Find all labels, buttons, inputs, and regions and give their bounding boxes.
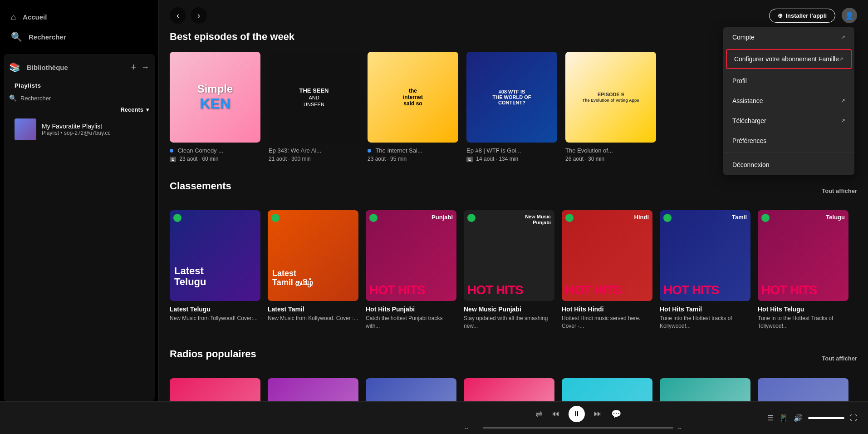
external-icon-telecharger: ↗ xyxy=(841,118,845,124)
playlist-item-favorite[interactable]: My Favoratite Playlist Playlist • sop-27… xyxy=(4,115,155,144)
sidebar: ⌂ Accueil 🔍 Rechercher 📚 Bibliothèque + … xyxy=(0,0,159,401)
chart-desc-4: Hottest Hindi music served here. Cover -… xyxy=(562,315,652,330)
forward-button[interactable]: › xyxy=(191,7,207,24)
chart-desc-2: Catch the hottest Punjabi tracks with... xyxy=(366,315,456,330)
chart-thumb-2: Punjabi HOT HITS xyxy=(366,210,456,301)
sidebar-item-accueil[interactable]: ⌂ Accueil xyxy=(5,7,153,27)
chart-card-0[interactable]: LatestTelugu Latest Telugu New Music fro… xyxy=(170,210,260,330)
lyrics-button[interactable]: 💬 xyxy=(611,409,621,419)
topbar: ‹ › ⊕ Installer l'appli 👤 xyxy=(159,0,868,31)
shuffle-button[interactable]: ⇌ xyxy=(535,409,542,419)
chart-thumb-1: LatestTamil தமிழ் xyxy=(268,210,358,301)
player-controls: ⇌ ⏮ ⏸ ⏭ 💬 -- -- xyxy=(389,406,768,430)
chart-card-1[interactable]: LatestTamil தமிழ் Latest Tamil New Music… xyxy=(268,210,358,330)
progress-bar: -- -- xyxy=(465,425,691,430)
search-icon: 🔍 xyxy=(9,94,17,102)
prev-button[interactable]: ⏮ xyxy=(551,409,559,419)
devices-button[interactable]: 📱 xyxy=(779,414,788,422)
dropdown-divider xyxy=(723,153,854,153)
dropdown-item-deconnexion[interactable]: Déconnexion xyxy=(723,155,854,175)
spotify-logo-5 xyxy=(663,214,672,222)
queue-button[interactable]: ☰ xyxy=(767,414,774,422)
fullscreen-button[interactable]: ⛶ xyxy=(850,414,857,422)
search-nav-icon: 🔍 xyxy=(11,31,22,42)
chevron-down-icon: ▾ xyxy=(146,106,149,113)
episode-title-4: The Evolution of... xyxy=(565,147,656,154)
radio-thumb-2 xyxy=(366,378,456,401)
add-library-btn[interactable]: + xyxy=(131,61,137,73)
sidebar-search[interactable]: 🔍 Rechercher xyxy=(4,92,155,104)
playlist-info: My Favoratite Playlist Playlist • sop-27… xyxy=(42,123,111,136)
chart-thumb-0: LatestTelugu xyxy=(170,210,260,301)
episode-card-3[interactable]: #08 WTF ISTHE WORLD OFCONTENT? Ep #8 | W… xyxy=(466,52,557,162)
library-btn[interactable]: 📚 Bibliothèque xyxy=(9,62,68,73)
pause-button[interactable]: ⏸ xyxy=(569,406,585,422)
chart-card-6[interactable]: Telugu HOT HITS Hot Hits Telugu Tune in … xyxy=(758,210,848,330)
radio-card-0[interactable]: Sidhu Moose Wala xyxy=(170,378,260,401)
classements-show-all[interactable]: Tout afficher xyxy=(822,187,857,194)
radio-thumb-3 xyxy=(464,378,554,401)
charts-row: LatestTelugu Latest Telugu New Music fro… xyxy=(170,210,857,330)
library-section: 📚 Bibliothèque + → xyxy=(4,58,155,77)
library-actions: + → xyxy=(131,61,149,73)
radios-show-all[interactable]: Tout afficher xyxy=(822,355,857,362)
playlist-name: My Favoratite Playlist xyxy=(42,123,111,130)
chart-desc-1: New Music from Kollywood. Cover :... xyxy=(268,315,358,322)
radio-card-4[interactable]: Udit Narayan xyxy=(562,378,652,401)
chart-title-2: Hot Hits Punjabi xyxy=(366,306,456,313)
back-button[interactable]: ‹ xyxy=(170,7,186,24)
radios-section: Radios populaires Tout afficher Sidhu Mo… xyxy=(170,348,857,401)
sidebar-item-rechercher[interactable]: 🔍 Rechercher xyxy=(5,27,153,47)
time-left: -- xyxy=(465,425,478,430)
dropdown-item-telecharger[interactable]: Télécharger ↗ xyxy=(723,111,854,131)
chart-card-5[interactable]: Tamil HOT HITS Hot Hits Tamil Tune into … xyxy=(660,210,750,330)
episode-thumb-2: theinternetsaid so xyxy=(368,52,458,143)
home-icon: ⌂ xyxy=(11,12,16,22)
playlist-meta: Playlist • sop-272@u7buy.cc xyxy=(42,130,111,136)
episode-card-1[interactable]: THE SEENANDUNSEEN Ep 343: We Are Al... 2… xyxy=(269,52,359,162)
chart-thumb-5: Tamil HOT HITS xyxy=(660,210,750,301)
external-icon-assistance: ↗ xyxy=(841,98,845,104)
classements-title: Classements xyxy=(170,180,231,192)
user-avatar-button[interactable]: 👤 xyxy=(842,8,857,23)
radio-card-5[interactable]: Jubin Nautiyal xyxy=(660,378,750,401)
chart-thumb-4: Hindi HOT HITS xyxy=(562,210,652,301)
dropdown-item-profil[interactable]: Profil xyxy=(723,71,854,91)
external-icon-compte: ↗ xyxy=(841,34,845,40)
expand-library-btn[interactable]: → xyxy=(141,61,149,73)
chart-card-3[interactable]: New MusicPunjabi HOT HITS New Music Punj… xyxy=(464,210,554,330)
spotify-logo-4 xyxy=(565,214,574,222)
episode-card-4[interactable]: EPISODE 9The Evolution of Voting Apps Th… xyxy=(565,52,656,162)
player-buttons: ⇌ ⏮ ⏸ ⏭ 💬 xyxy=(535,406,621,422)
classements-header: Classements Tout afficher xyxy=(170,180,857,201)
external-icon-configurer: ↗ xyxy=(839,56,843,62)
sidebar-nav: ⌂ Accueil 🔍 Rechercher xyxy=(0,0,158,54)
next-button[interactable]: ⏭ xyxy=(594,409,602,419)
user-dropdown-menu: Compte ↗ Configurer votre abonnement Fam… xyxy=(723,27,854,175)
episode-card-2[interactable]: theinternetsaid so The Internet Sai... 2… xyxy=(368,52,458,162)
dropdown-item-assistance[interactable]: Assistance ↗ xyxy=(723,91,854,111)
volume-button[interactable]: 🔊 xyxy=(794,414,803,422)
radio-thumb-5 xyxy=(660,378,750,401)
chart-title-3: New Music Punjabi xyxy=(464,306,554,313)
radio-card-3[interactable]: KK xyxy=(464,378,554,401)
volume-slider[interactable] xyxy=(808,417,844,419)
topbar-right: ⊕ Installer l'appli 👤 xyxy=(769,8,857,23)
install-app-button[interactable]: ⊕ Installer l'appli xyxy=(769,9,835,23)
chart-card-2[interactable]: Punjabi HOT HITS Hot Hits Punjabi Catch … xyxy=(366,210,456,330)
player-right: ☰ 📱 🔊 ⛶ xyxy=(767,414,857,422)
radio-card-6[interactable]: Palitara xyxy=(758,378,848,401)
episode-card-0[interactable]: SimpleKEN Clean Comedy ... E 23 août · 6… xyxy=(170,52,260,162)
radio-card-2[interactable]: AR Dhillon xyxy=(366,378,456,401)
download-circle-icon: ⊕ xyxy=(778,12,783,19)
dropdown-item-compte[interactable]: Compte ↗ xyxy=(723,27,854,47)
radio-card-1[interactable]: Arijit Singh xyxy=(268,378,358,401)
chart-card-4[interactable]: Hindi HOT HITS Hot Hits Hindi Hottest Hi… xyxy=(562,210,652,330)
chart-desc-6: Tune in to the Hottest Tracks of Tollywo… xyxy=(758,315,848,330)
episode-title-3: Ep #8 | WTF is Goi... xyxy=(466,147,557,154)
progress-track[interactable] xyxy=(483,427,673,429)
episode-thumb-3: #08 WTF ISTHE WORLD OFCONTENT? xyxy=(466,52,557,143)
chart-desc-5: Tune into the Hottest tracks of Kollywoo… xyxy=(660,315,750,330)
dropdown-item-preferences[interactable]: Préférences xyxy=(723,131,854,151)
dropdown-item-configurer[interactable]: Configurer votre abonnement Famille ↗ xyxy=(726,49,852,69)
